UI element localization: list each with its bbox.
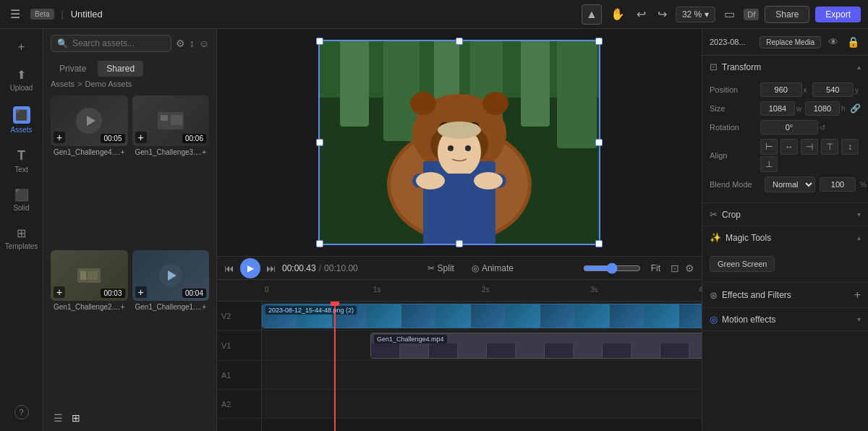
timeline-ruler[interactable]: 0 1s 2s 3s 4s 5s	[262, 280, 702, 302]
pointer-tool-btn[interactable]: ▲	[582, 4, 602, 25]
effects-header[interactable]: ⊛ Effects and Filters +	[702, 283, 868, 307]
align-left-btn[interactable]: ⊢	[760, 139, 778, 155]
size-lock-btn[interactable]: 🔗	[850, 101, 861, 116]
align-right-btn[interactable]: ⊣	[801, 139, 818, 155]
canvas-frame	[318, 40, 600, 245]
hand-tool-btn[interactable]: ✋	[608, 4, 628, 25]
size-h-input[interactable]	[805, 101, 840, 116]
animate-btn[interactable]: ◎ Animate	[466, 260, 519, 276]
breadcrumb-folder[interactable]: Demo Assets	[85, 80, 132, 88]
asset-add-btn-3[interactable]: +	[54, 286, 65, 298]
filter-btn[interactable]: ⚙	[176, 38, 185, 49]
sidebar-item-assets[interactable]: ⬛ Assets	[3, 101, 41, 140]
redo-btn[interactable]: ↪	[655, 4, 670, 24]
replace-media-btn[interactable]: Replace Media	[760, 36, 821, 48]
tab-private[interactable]: Private	[51, 61, 95, 77]
sidebar-item-text[interactable]: T Text	[3, 142, 41, 179]
frame-13	[679, 304, 702, 328]
skip-fwd-btn[interactable]: ⏭	[266, 263, 276, 274]
clip-v2[interactable]: 2023-08-12_15-44-48.png (2)	[262, 304, 702, 328]
timeline-settings-btn[interactable]: ⚙	[685, 263, 694, 274]
export-button[interactable]: Export	[815, 7, 861, 22]
skip-back-btn[interactable]: ⏮	[224, 263, 234, 274]
asset-thumbnail-2[interactable]: 00:06 +	[132, 95, 210, 146]
svg-point-21	[482, 92, 509, 115]
list-item[interactable]: 00:05 + Gen1_Challenge4.... +	[51, 95, 128, 246]
asset-name-2: Gen1_Challenge3.... +	[132, 146, 210, 158]
sidebar-item-upload[interactable]: ⬆ Upload	[3, 62, 41, 98]
asset-thumbnail-1[interactable]: 00:05 +	[51, 95, 128, 146]
align-center-h-btn[interactable]: ↔	[780, 139, 798, 155]
crop-section: ✂ Crop ▾	[702, 203, 868, 226]
project-title[interactable]: Untitled	[71, 9, 103, 20]
pos-x-label: x	[804, 86, 809, 94]
asset-add-btn-4[interactable]: +	[135, 286, 147, 298]
sidebar-item-templates[interactable]: ⊞ Templates	[3, 221, 41, 256]
zoom-control[interactable]: 32 % ▾	[676, 7, 715, 22]
v1-frame-9	[603, 343, 631, 359]
align-bottom-btn[interactable]: ⊥	[760, 156, 778, 172]
sidebar-item-help[interactable]: ?	[3, 399, 41, 425]
size-inputs: w h 🔗	[760, 101, 861, 116]
green-screen-btn[interactable]: Green Screen	[710, 256, 775, 272]
transform-header[interactable]: ⊡ Transform ▴	[702, 56, 868, 78]
clip-v2-label: 2023-08-12_15-44-48.png (2)	[265, 306, 357, 315]
zoom-slider[interactable]	[583, 263, 641, 274]
canvas-svg	[318, 40, 600, 245]
tracks-area: 2023-08-12_15-44-48.png (2)	[262, 302, 702, 431]
pos-y-input[interactable]	[812, 82, 854, 97]
split-btn[interactable]: ✂ Split	[422, 260, 460, 276]
transform-title: ⊡ Transform	[710, 61, 761, 72]
frame-btn[interactable]: ▭	[721, 4, 738, 24]
crop-header[interactable]: ✂ Crop ▾	[702, 203, 868, 226]
fit-btn[interactable]: Fit	[647, 262, 665, 275]
undo-btn[interactable]: ↩	[634, 4, 649, 24]
align-top-btn[interactable]: ⊤	[821, 139, 838, 155]
asset-thumbnail-4[interactable]: 00:04 +	[132, 250, 210, 301]
size-w-input[interactable]	[760, 101, 795, 116]
breadcrumb-root[interactable]: Assets	[51, 80, 75, 88]
assets-search-bar[interactable]: 🔍	[51, 35, 171, 52]
effects-title: ⊛ Effects and Filters	[710, 290, 791, 301]
asset-duration-2: 00:06	[182, 134, 206, 143]
play-button[interactable]: ▶	[240, 258, 260, 278]
list-view-btn[interactable]: ☰	[51, 411, 66, 425]
lock-btn[interactable]: 🔒	[846, 35, 861, 49]
motion-header[interactable]: ◎ Motion effects ▾	[702, 308, 868, 330]
grid-view-btn[interactable]: ⊞	[69, 411, 83, 425]
magic-tools-icon: ✨	[710, 232, 721, 243]
svg-point-32	[465, 145, 471, 151]
asset-add-btn-1[interactable]: +	[54, 132, 65, 143]
visibility-btn[interactable]: 👁	[827, 35, 840, 49]
align-center-v-btn[interactable]: ↕	[841, 139, 859, 155]
list-item[interactable]: 00:03 + Gen1_Challenge2.... +	[51, 250, 128, 401]
magic-tools-header[interactable]: ✨ Magic Tools ▴	[702, 226, 868, 249]
list-item[interactable]: 00:04 + Gen1_Challenge1.... +	[132, 250, 210, 401]
size-label: Size	[710, 104, 760, 113]
aspect-ratio-btn[interactable]: ⊡	[671, 263, 679, 274]
motion-chevron: ▾	[857, 315, 861, 323]
v1-frame-8	[574, 343, 603, 359]
asset-add-btn-2[interactable]: +	[135, 132, 147, 143]
track-label-a1: A1	[217, 361, 261, 390]
sidebar-item-solid[interactable]: ⬛ Solid	[3, 182, 41, 218]
menu-icon[interactable]: ☰	[7, 4, 23, 24]
pos-x-input[interactable]	[760, 82, 802, 97]
effects-add-btn[interactable]: +	[854, 289, 861, 302]
blend-select[interactable]: Normal	[765, 176, 815, 192]
emoji-btn[interactable]: ☺	[199, 38, 209, 49]
rotation-input[interactable]	[760, 120, 818, 135]
tab-shared[interactable]: Shared	[98, 61, 143, 77]
sort-btn[interactable]: ↕	[190, 38, 195, 49]
sidebar-item-add[interactable]: +	[3, 35, 41, 59]
search-input[interactable]	[72, 38, 165, 48]
topbar: ☰ Beta | Untitled ▲ ✋ ↩ ↪ 32 % ▾ ▭ Df Sh…	[0, 0, 868, 29]
asset-name-4: Gen1_Challenge1.... +	[132, 301, 210, 313]
list-item[interactable]: 00:06 + Gen1_Challenge3.... +	[132, 95, 210, 246]
assets-grid: 00:05 + Gen1_Challenge4.... + 00:06 +	[43, 91, 216, 405]
share-button[interactable]: Share	[765, 6, 809, 23]
df-badge: Df	[744, 9, 759, 20]
opacity-input[interactable]	[820, 177, 856, 192]
clip-v1[interactable]: Gen1_Challenge4.mp4	[370, 333, 702, 359]
asset-thumbnail-3[interactable]: 00:03 +	[51, 250, 128, 301]
